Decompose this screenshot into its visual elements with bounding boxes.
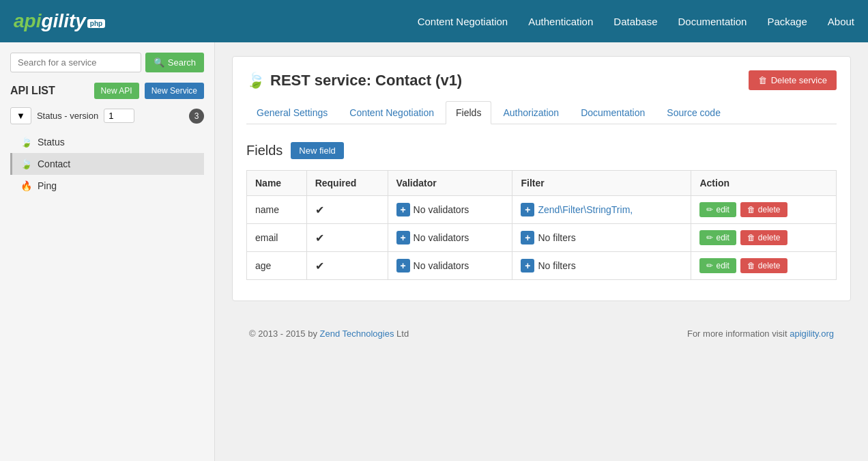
field-validator-email: + No validators bbox=[388, 224, 512, 252]
version-row: ▼ Status - version 3 bbox=[10, 107, 204, 124]
field-filter-email: + No filters bbox=[512, 224, 691, 252]
new-api-button[interactable]: New API bbox=[94, 83, 139, 99]
field-filter-age: + No filters bbox=[512, 252, 691, 280]
leaf-icon-title: 🍃 bbox=[246, 72, 265, 89]
nav-about[interactable]: About bbox=[828, 16, 854, 27]
version-dropdown[interactable]: ▼ bbox=[10, 107, 31, 124]
table-row: age ✔ + No validators + bbox=[247, 252, 837, 280]
sidebar-item-status[interactable]: 🍃 Status bbox=[10, 131, 204, 153]
delete-button-age[interactable]: 🗑 delete bbox=[740, 258, 787, 273]
nav-package[interactable]: Package bbox=[767, 16, 807, 27]
leaf-icon-status: 🍃 bbox=[20, 137, 32, 148]
footer-left: © 2013 - 2015 by Zend Technologies Ltd bbox=[249, 329, 409, 339]
field-action-email: ✏ edit 🗑 delete bbox=[691, 224, 837, 252]
search-button[interactable]: 🔍 Search bbox=[145, 53, 204, 72]
footer: © 2013 - 2015 by Zend Technologies Ltd F… bbox=[232, 315, 851, 352]
top-navigation: apigilityphp Content Negotiation Authent… bbox=[0, 0, 868, 42]
sidebar-item-contact[interactable]: 🍃 Contact bbox=[10, 153, 204, 175]
tab-documentation[interactable]: Documentation bbox=[570, 101, 655, 124]
table-header: Name Required Validator Filter Action bbox=[247, 171, 837, 196]
delete-button-name[interactable]: 🗑 delete bbox=[740, 202, 787, 217]
col-action: Action bbox=[691, 171, 837, 196]
trash-icon-name: 🗑 bbox=[747, 205, 755, 214]
add-validator-button-age[interactable]: + bbox=[396, 259, 410, 273]
nav-database[interactable]: Database bbox=[613, 16, 657, 27]
search-input[interactable] bbox=[10, 53, 141, 72]
api-list-title: API LIST bbox=[10, 85, 55, 97]
add-validator-button-email[interactable]: + bbox=[396, 231, 410, 245]
footer-ltd: Ltd bbox=[394, 329, 409, 339]
tab-content-negotiation[interactable]: Content Negotiation bbox=[339, 101, 444, 124]
sidebar-item-status-label: Status bbox=[38, 137, 65, 148]
field-action-age: ✏ edit 🗑 delete bbox=[691, 252, 837, 280]
main-content: 🍃 REST service: Contact (v1) 🗑 Delete se… bbox=[215, 42, 868, 461]
version-spinner[interactable] bbox=[104, 109, 134, 123]
field-name-age: age bbox=[247, 252, 307, 280]
logo-gility: gility bbox=[41, 10, 85, 32]
pencil-icon: ✏ bbox=[706, 233, 713, 242]
field-name-name: name bbox=[247, 196, 307, 224]
service-header: 🍃 REST service: Contact (v1) 🗑 Delete se… bbox=[246, 70, 837, 90]
chevron-down-icon: ▼ bbox=[16, 111, 25, 121]
service-card: 🍃 REST service: Contact (v1) 🗑 Delete se… bbox=[232, 56, 851, 301]
sidebar-item-ping[interactable]: 🔥 Ping bbox=[10, 175, 204, 197]
add-filter-button-name[interactable]: + bbox=[521, 203, 534, 216]
field-required-name: ✔ bbox=[306, 196, 388, 224]
footer-copyright: © 2013 - 2015 by bbox=[249, 329, 320, 339]
leaf-icon-contact: 🍃 bbox=[20, 158, 32, 169]
footer-site-link[interactable]: apigility.org bbox=[790, 329, 834, 339]
checkmark-icon: ✔ bbox=[315, 232, 324, 244]
add-validator-button-name[interactable]: + bbox=[396, 203, 410, 216]
add-filter-button-age[interactable]: + bbox=[521, 259, 534, 273]
pencil-icon: ✏ bbox=[706, 205, 713, 214]
field-required-age: ✔ bbox=[306, 252, 388, 280]
footer-company-link[interactable]: Zend Technologies bbox=[320, 329, 394, 339]
new-service-button[interactable]: New Service bbox=[145, 83, 204, 99]
fields-table: Name Required Validator Filter Action na… bbox=[246, 170, 837, 280]
footer-right: For more information visit apigility.org bbox=[687, 329, 834, 339]
checkmark-icon: ✔ bbox=[315, 260, 324, 272]
trash-icon-email: 🗑 bbox=[747, 233, 755, 242]
tab-authorization[interactable]: Authorization bbox=[493, 101, 569, 124]
fields-header: Fields New field bbox=[246, 142, 837, 159]
edit-button-name[interactable]: ✏ edit bbox=[699, 202, 736, 217]
fields-title: Fields bbox=[246, 143, 283, 158]
new-field-button[interactable]: New field bbox=[291, 142, 343, 159]
nav-content-negotiation[interactable]: Content Negotiation bbox=[418, 16, 508, 27]
footer-more-info: For more information visit bbox=[687, 329, 790, 339]
service-title: 🍃 REST service: Contact (v1) bbox=[246, 72, 462, 89]
table-body: name ✔ + No validators + bbox=[247, 196, 837, 280]
col-name: Name bbox=[247, 171, 307, 196]
col-filter: Filter bbox=[512, 171, 691, 196]
fields-section: Fields New field Name Required Validator… bbox=[246, 135, 837, 287]
trash-icon-age: 🗑 bbox=[747, 261, 755, 270]
tab-general-settings[interactable]: General Settings bbox=[246, 101, 338, 124]
edit-button-age[interactable]: ✏ edit bbox=[699, 258, 736, 273]
main-layout: 🔍 Search API LIST New API New Service ▼ … bbox=[0, 42, 868, 461]
field-validator-age: + No validators bbox=[388, 252, 512, 280]
pencil-icon: ✏ bbox=[706, 261, 713, 270]
nav-documentation[interactable]: Documentation bbox=[678, 16, 747, 27]
col-validator: Validator bbox=[388, 171, 512, 196]
sidebar: 🔍 Search API LIST New API New Service ▼ … bbox=[0, 42, 215, 461]
delete-button-email[interactable]: 🗑 delete bbox=[740, 230, 787, 245]
field-validator-name: + No validators bbox=[388, 196, 512, 224]
filter-link-name[interactable]: Zend\Filter\StringTrim, bbox=[538, 204, 633, 215]
nav-authentication[interactable]: Authentication bbox=[528, 16, 593, 27]
field-required-email: ✔ bbox=[306, 224, 388, 252]
search-row: 🔍 Search bbox=[10, 53, 204, 72]
fire-icon-ping: 🔥 bbox=[20, 180, 32, 191]
logo-php: php bbox=[87, 19, 105, 28]
delete-service-button[interactable]: 🗑 Delete service bbox=[749, 70, 837, 90]
tab-fields[interactable]: Fields bbox=[446, 101, 491, 124]
version-label: Status - version bbox=[37, 111, 98, 121]
field-name-email: email bbox=[247, 224, 307, 252]
api-list-header: API LIST New API New Service bbox=[10, 83, 204, 99]
tab-source-code[interactable]: Source code bbox=[656, 101, 731, 124]
edit-button-email[interactable]: ✏ edit bbox=[699, 230, 736, 245]
add-filter-button-email[interactable]: + bbox=[521, 231, 534, 245]
table-row: name ✔ + No validators + bbox=[247, 196, 837, 224]
logo: apigilityphp bbox=[14, 10, 105, 32]
sidebar-item-ping-label: Ping bbox=[38, 180, 57, 191]
search-label: Search bbox=[168, 57, 196, 68]
